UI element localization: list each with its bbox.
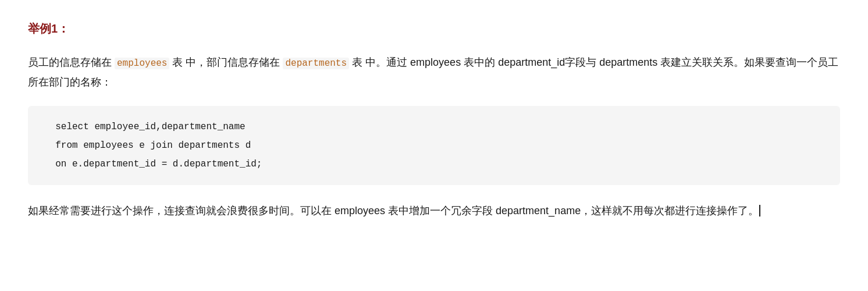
inline-code-employees: employees xyxy=(115,58,169,69)
text-cursor xyxy=(759,205,760,217)
desc-text-2: 表 中，部门信息存储在 xyxy=(169,56,283,68)
section-heading: 举例1： xyxy=(28,19,840,39)
page-container: 举例1： 员工的信息存储在 employees 表 中，部门信息存储在 depa… xyxy=(28,19,840,221)
code-block: select employee_id,department_name from … xyxy=(28,106,840,185)
inline-code-departments: departments xyxy=(283,58,349,69)
description-paragraph: 员工的信息存储在 employees 表 中，部门信息存储在 departmen… xyxy=(28,53,840,92)
code-line-1: select employee_id,department_name xyxy=(44,118,824,136)
footer-paragraph: 如果经常需要进行这个操作，连接查询就会浪费很多时间。可以在 employees … xyxy=(28,201,840,221)
code-line-3: on e.department_id = d.department_id; xyxy=(44,155,824,173)
code-line-2: from employees e join departments d xyxy=(44,136,824,155)
desc-text-1: 员工的信息存储在 xyxy=(28,56,115,68)
footer-text-content: 如果经常需要进行这个操作，连接查询就会浪费很多时间。可以在 employees … xyxy=(28,205,759,217)
